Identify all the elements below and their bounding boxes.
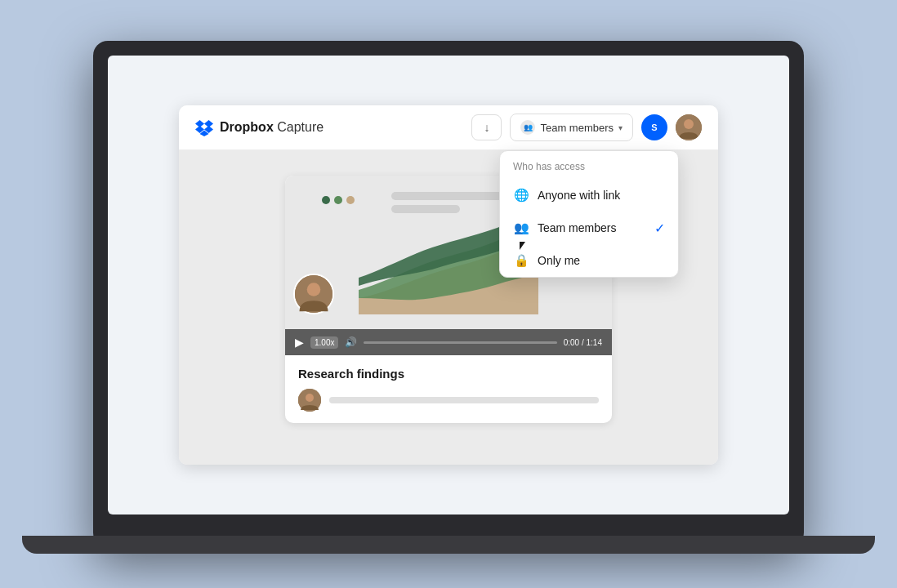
who-has-access-dropdown: Who has access 🌐 Anyone with link 👥 Team… bbox=[499, 150, 679, 278]
presenter-avatar bbox=[293, 274, 334, 314]
anyone-with-link-label: Anyone with link bbox=[538, 189, 620, 202]
team-members-label: Team members bbox=[538, 221, 616, 234]
chevron-down-icon: ▾ bbox=[618, 123, 623, 132]
team-icon: 👥 bbox=[520, 120, 535, 135]
download-icon: ↓ bbox=[484, 121, 489, 134]
video-title: Research findings bbox=[298, 367, 599, 381]
placeholder-bar-1 bbox=[391, 192, 506, 200]
user-avatar[interactable] bbox=[676, 114, 702, 140]
laptop-frame: Dropbox Capture ↓ 👥 Team members ▾ bbox=[93, 41, 804, 547]
logo-area: Dropbox Capture bbox=[195, 118, 471, 136]
dot-green-mid bbox=[334, 196, 342, 204]
preview-placeholder-bars bbox=[391, 192, 506, 218]
dot-green-dark bbox=[322, 196, 330, 204]
share-download-button[interactable]: ↓ bbox=[471, 114, 502, 140]
author-avatar bbox=[298, 389, 321, 412]
dropdown-item-only-me[interactable]: 🔒 Only me bbox=[500, 244, 678, 277]
progress-bar[interactable] bbox=[364, 341, 556, 344]
avatar-s[interactable]: S bbox=[641, 114, 667, 140]
speed-badge[interactable]: 1.00x bbox=[310, 336, 338, 349]
svg-point-10 bbox=[306, 394, 314, 402]
dropbox-logo-icon bbox=[195, 118, 213, 136]
header-right: ↓ 👥 Team members ▾ S bbox=[471, 114, 702, 141]
app-header: Dropbox Capture ↓ 👥 Team members ▾ bbox=[179, 105, 718, 150]
card-footer bbox=[298, 389, 599, 412]
dropdown-item-team[interactable]: 👥 Team members ✓ bbox=[500, 212, 678, 244]
author-name-bar bbox=[329, 397, 599, 403]
dropdown-item-anyone[interactable]: 🌐 Anyone with link bbox=[500, 179, 678, 212]
laptop-screen: Dropbox Capture ↓ 👥 Team members ▾ bbox=[108, 56, 789, 514]
checkmark-icon: ✓ bbox=[654, 220, 665, 236]
play-button[interactable]: ▶ bbox=[295, 336, 304, 349]
video-controls: ▶ 1.00x 🔊 0:00 / 1:14 bbox=[285, 329, 612, 355]
team-members-icon: 👥 bbox=[513, 220, 529, 236]
svg-point-6 bbox=[684, 119, 694, 129]
placeholder-bar-2 bbox=[391, 205, 460, 213]
team-label: Team members bbox=[540, 122, 614, 134]
card-info: Research findings bbox=[285, 355, 612, 423]
dropdown-header-label: Who has access bbox=[500, 151, 678, 179]
svg-point-8 bbox=[307, 283, 321, 296]
volume-icon[interactable]: 🔊 bbox=[345, 336, 357, 348]
team-members-dropdown[interactable]: 👥 Team members ▾ bbox=[510, 114, 633, 141]
time-display: 0:00 / 1:14 bbox=[564, 338, 602, 347]
chart-dots-row bbox=[322, 196, 355, 204]
lock-icon: 🔒 bbox=[513, 252, 529, 269]
app-title: Dropbox Capture bbox=[220, 120, 324, 135]
dot-tan bbox=[346, 196, 355, 204]
laptop-bottom-bezel bbox=[22, 536, 875, 554]
only-me-label: Only me bbox=[538, 254, 580, 267]
globe-icon: 🌐 bbox=[513, 187, 529, 203]
app-window: Dropbox Capture ↓ 👥 Team members ▾ bbox=[179, 105, 718, 465]
